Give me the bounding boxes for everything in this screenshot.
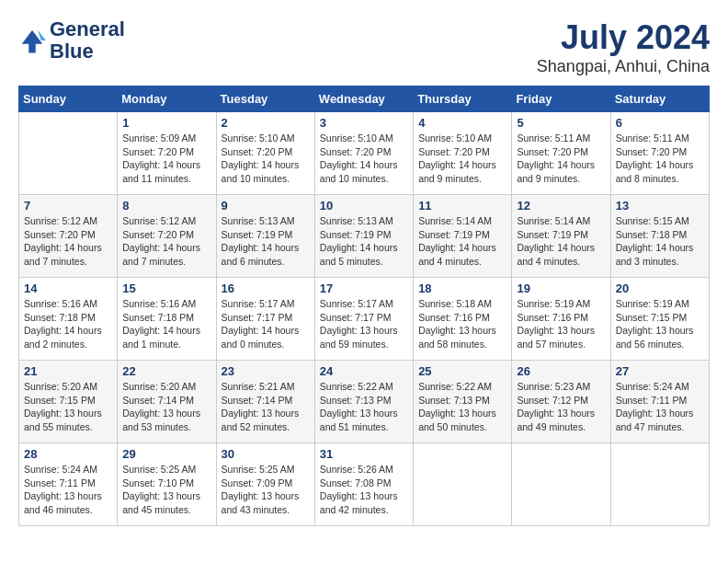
logo-line2: Blue <box>50 40 125 63</box>
calendar-cell: 5Sunrise: 5:11 AM Sunset: 7:20 PM Daylig… <box>512 112 610 195</box>
svg-marker-1 <box>38 30 46 40</box>
calendar-header: SundayMondayTuesdayWednesdayThursdayFrid… <box>19 86 710 112</box>
calendar-cell: 30Sunrise: 5:25 AM Sunset: 7:09 PM Dayli… <box>216 443 314 526</box>
day-info: Sunrise: 5:17 AM Sunset: 7:17 PM Dayligh… <box>320 297 408 351</box>
day-header-friday: Friday <box>512 86 610 112</box>
day-info: Sunrise: 5:22 AM Sunset: 7:13 PM Dayligh… <box>418 380 506 434</box>
day-info: Sunrise: 5:13 AM Sunset: 7:19 PM Dayligh… <box>320 214 408 269</box>
day-number: 13 <box>616 199 704 213</box>
week-row-2: 7Sunrise: 5:12 AM Sunset: 7:20 PM Daylig… <box>19 195 710 278</box>
calendar-cell: 19Sunrise: 5:19 AM Sunset: 7:16 PM Dayli… <box>512 278 610 361</box>
calendar-cell: 13Sunrise: 5:15 AM Sunset: 7:18 PM Dayli… <box>610 195 709 278</box>
page-header: General Blue July 2024 Shangpai, Anhui, … <box>18 18 710 76</box>
calendar-cell: 26Sunrise: 5:23 AM Sunset: 7:12 PM Dayli… <box>512 361 610 443</box>
calendar-cell: 8Sunrise: 5:12 AM Sunset: 7:20 PM Daylig… <box>118 195 216 278</box>
day-info: Sunrise: 5:14 AM Sunset: 7:19 PM Dayligh… <box>517 214 605 269</box>
day-header-sunday: Sunday <box>19 86 118 112</box>
day-info: Sunrise: 5:15 AM Sunset: 7:18 PM Dayligh… <box>616 214 704 269</box>
day-number: 7 <box>24 199 112 213</box>
calendar-body: 1Sunrise: 5:09 AM Sunset: 7:20 PM Daylig… <box>19 112 710 526</box>
calendar-cell: 31Sunrise: 5:26 AM Sunset: 7:08 PM Dayli… <box>314 443 413 526</box>
day-info: Sunrise: 5:13 AM Sunset: 7:19 PM Dayligh… <box>222 214 310 269</box>
day-header-tuesday: Tuesday <box>216 86 314 112</box>
day-header-monday: Monday <box>118 86 216 112</box>
day-number: 9 <box>222 199 310 213</box>
day-number: 17 <box>320 282 408 295</box>
day-number: 29 <box>122 447 210 461</box>
week-row-1: 1Sunrise: 5:09 AM Sunset: 7:20 PM Daylig… <box>19 112 710 195</box>
week-row-3: 14Sunrise: 5:16 AM Sunset: 7:18 PM Dayli… <box>19 278 710 361</box>
calendar-cell: 18Sunrise: 5:18 AM Sunset: 7:16 PM Dayli… <box>414 278 512 361</box>
calendar-cell: 1Sunrise: 5:09 AM Sunset: 7:20 PM Daylig… <box>118 112 216 195</box>
calendar-cell: 4Sunrise: 5:10 AM Sunset: 7:20 PM Daylig… <box>414 112 512 195</box>
day-number: 28 <box>24 447 112 461</box>
day-number: 16 <box>222 282 310 295</box>
calendar-cell: 6Sunrise: 5:11 AM Sunset: 7:20 PM Daylig… <box>610 112 709 195</box>
day-number: 15 <box>122 282 210 295</box>
calendar-cell: 9Sunrise: 5:13 AM Sunset: 7:19 PM Daylig… <box>216 195 314 278</box>
calendar-cell: 28Sunrise: 5:24 AM Sunset: 7:11 PM Dayli… <box>19 443 118 526</box>
week-row-5: 28Sunrise: 5:24 AM Sunset: 7:11 PM Dayli… <box>19 443 710 526</box>
day-info: Sunrise: 5:10 AM Sunset: 7:20 PM Dayligh… <box>320 132 408 186</box>
day-info: Sunrise: 5:11 AM Sunset: 7:20 PM Dayligh… <box>616 132 704 186</box>
day-number: 22 <box>122 364 210 378</box>
day-number: 18 <box>418 282 506 295</box>
title-block: July 2024 Shangpai, Anhui, China <box>537 18 710 76</box>
calendar-cell <box>19 112 118 195</box>
calendar-cell: 10Sunrise: 5:13 AM Sunset: 7:19 PM Dayli… <box>314 195 413 278</box>
day-header-thursday: Thursday <box>414 86 512 112</box>
calendar-cell: 21Sunrise: 5:20 AM Sunset: 7:15 PM Dayli… <box>19 361 118 443</box>
logo-icon <box>18 27 46 54</box>
day-info: Sunrise: 5:12 AM Sunset: 7:20 PM Dayligh… <box>122 214 210 269</box>
day-number: 11 <box>418 199 506 213</box>
day-info: Sunrise: 5:20 AM Sunset: 7:15 PM Dayligh… <box>24 380 112 434</box>
day-number: 19 <box>517 282 605 295</box>
day-info: Sunrise: 5:10 AM Sunset: 7:20 PM Dayligh… <box>418 132 506 186</box>
day-info: Sunrise: 5:24 AM Sunset: 7:11 PM Dayligh… <box>24 463 112 517</box>
day-number: 24 <box>320 364 408 378</box>
day-info: Sunrise: 5:19 AM Sunset: 7:15 PM Dayligh… <box>616 297 704 351</box>
day-number: 25 <box>418 364 506 378</box>
day-info: Sunrise: 5:14 AM Sunset: 7:19 PM Dayligh… <box>418 214 506 269</box>
calendar-cell <box>610 443 709 526</box>
week-row-4: 21Sunrise: 5:20 AM Sunset: 7:15 PM Dayli… <box>19 361 710 443</box>
day-info: Sunrise: 5:16 AM Sunset: 7:18 PM Dayligh… <box>122 297 210 351</box>
day-number: 6 <box>616 116 704 130</box>
subtitle: Shangpai, Anhui, China <box>537 57 710 76</box>
logo-line1: General <box>50 18 125 40</box>
main-title: July 2024 <box>537 18 710 57</box>
day-number: 23 <box>222 364 310 378</box>
day-number: 5 <box>517 116 605 130</box>
day-info: Sunrise: 5:22 AM Sunset: 7:13 PM Dayligh… <box>320 380 408 434</box>
calendar-cell: 24Sunrise: 5:22 AM Sunset: 7:13 PM Dayli… <box>314 361 413 443</box>
day-number: 3 <box>320 116 408 130</box>
day-info: Sunrise: 5:21 AM Sunset: 7:14 PM Dayligh… <box>222 380 310 434</box>
day-info: Sunrise: 5:12 AM Sunset: 7:20 PM Dayligh… <box>24 214 112 269</box>
day-number: 2 <box>222 116 310 130</box>
day-number: 30 <box>222 447 310 461</box>
calendar-cell: 7Sunrise: 5:12 AM Sunset: 7:20 PM Daylig… <box>19 195 118 278</box>
calendar-cell: 20Sunrise: 5:19 AM Sunset: 7:15 PM Dayli… <box>610 278 709 361</box>
day-info: Sunrise: 5:24 AM Sunset: 7:11 PM Dayligh… <box>616 380 704 434</box>
day-number: 4 <box>418 116 506 130</box>
calendar-cell: 2Sunrise: 5:10 AM Sunset: 7:20 PM Daylig… <box>216 112 314 195</box>
logo-text: General Blue <box>50 18 125 63</box>
calendar-cell: 3Sunrise: 5:10 AM Sunset: 7:20 PM Daylig… <box>314 112 413 195</box>
day-number: 20 <box>616 282 704 295</box>
calendar-cell: 23Sunrise: 5:21 AM Sunset: 7:14 PM Dayli… <box>216 361 314 443</box>
day-info: Sunrise: 5:20 AM Sunset: 7:14 PM Dayligh… <box>122 380 210 434</box>
day-info: Sunrise: 5:23 AM Sunset: 7:12 PM Dayligh… <box>517 380 605 434</box>
day-number: 21 <box>24 364 112 378</box>
day-number: 31 <box>320 447 408 461</box>
day-info: Sunrise: 5:25 AM Sunset: 7:09 PM Dayligh… <box>222 463 310 517</box>
day-number: 8 <box>122 199 210 213</box>
day-info: Sunrise: 5:11 AM Sunset: 7:20 PM Dayligh… <box>517 132 605 186</box>
day-header-wednesday: Wednesday <box>314 86 413 112</box>
day-info: Sunrise: 5:09 AM Sunset: 7:20 PM Dayligh… <box>122 132 210 186</box>
day-header-saturday: Saturday <box>610 86 709 112</box>
calendar-cell: 12Sunrise: 5:14 AM Sunset: 7:19 PM Dayli… <box>512 195 610 278</box>
calendar-cell: 27Sunrise: 5:24 AM Sunset: 7:11 PM Dayli… <box>610 361 709 443</box>
calendar-cell: 15Sunrise: 5:16 AM Sunset: 7:18 PM Dayli… <box>118 278 216 361</box>
day-info: Sunrise: 5:16 AM Sunset: 7:18 PM Dayligh… <box>24 297 112 351</box>
day-number: 1 <box>122 116 210 130</box>
